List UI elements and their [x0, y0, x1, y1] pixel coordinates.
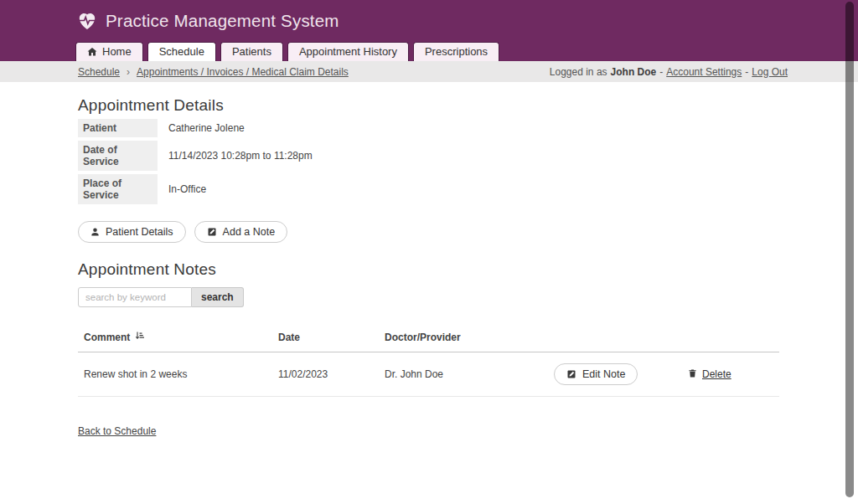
- field-value: 11/14/2023 10:28pm to 11:28pm: [168, 150, 313, 162]
- search-button[interactable]: search: [192, 287, 244, 307]
- table-row: Renew shot in 2 weeks 11/02/2023 Dr. Joh…: [78, 352, 779, 397]
- main-nav-tabs: Home Schedule Patients Appointment Histo…: [75, 42, 499, 61]
- logged-in-user: John Doe: [611, 66, 657, 78]
- patient-details-button[interactable]: Patient Details: [78, 221, 186, 243]
- notes-title: Appointment Notes: [78, 260, 779, 279]
- app-brand: Practice Management System: [77, 11, 339, 31]
- heartbeat-icon: [77, 12, 97, 30]
- field-value: In-Office: [168, 183, 206, 195]
- note-date: 11/02/2023: [278, 368, 385, 380]
- field-label: Patient: [78, 119, 158, 137]
- tab-appointment-history[interactable]: Appointment History: [287, 42, 409, 61]
- page-title: Appointment Details: [78, 96, 779, 115]
- field-row-patient: Patient Catherine Jolene: [78, 119, 779, 137]
- breadcrumb-link-details[interactable]: Appointments / Invoices / Medical Claim …: [137, 66, 349, 78]
- vertical-scrollbar[interactable]: [845, 2, 854, 497]
- delete-note-link[interactable]: Delete: [688, 368, 731, 381]
- tab-schedule[interactable]: Schedule: [147, 42, 216, 61]
- appointment-fields: Patient Catherine Jolene Date of Service…: [78, 119, 779, 204]
- edit-note-button[interactable]: Edit Note: [554, 363, 638, 385]
- main-content: Appointment Details Patient Catherine Jo…: [0, 82, 858, 397]
- search-input[interactable]: [78, 287, 192, 307]
- field-label: Date of Service: [78, 141, 158, 171]
- user-icon: [90, 227, 100, 237]
- session-info: Logged in as John Doe - Account Settings…: [550, 66, 788, 78]
- edit-square-icon: [566, 369, 576, 379]
- breadcrumb-separator: ›: [127, 66, 130, 78]
- column-header-comment: Comment: [84, 331, 278, 343]
- logout-link[interactable]: Log Out: [752, 66, 788, 78]
- account-settings-link[interactable]: Account Settings: [666, 66, 742, 78]
- table-header-row: Comment Date Doctor/Provider: [78, 326, 779, 352]
- field-row-date-of-service: Date of Service 11/14/2023 10:28pm to 11…: [78, 141, 779, 171]
- app-header: Practice Management System Home Schedule…: [0, 0, 858, 61]
- tab-home[interactable]: Home: [75, 42, 143, 61]
- notes-search: search: [78, 287, 779, 307]
- trash-icon: [688, 368, 697, 381]
- action-buttons: Patient Details Add a Note: [78, 221, 779, 243]
- back-to-schedule-link[interactable]: Back to Schedule: [78, 425, 156, 437]
- field-value: Catherine Jolene: [168, 122, 245, 134]
- breadcrumb-bar: Schedule › Appointments / Invoices / Med…: [0, 61, 858, 82]
- sort-icon[interactable]: [134, 331, 145, 343]
- column-header-provider: Doctor/Provider: [385, 332, 549, 343]
- breadcrumb-link-schedule[interactable]: Schedule: [78, 66, 120, 78]
- breadcrumb: Schedule › Appointments / Invoices / Med…: [78, 66, 349, 78]
- tab-prescriptions[interactable]: Prescriptions: [413, 42, 499, 61]
- column-header-date: Date: [278, 332, 385, 343]
- app-title: Practice Management System: [106, 11, 339, 31]
- field-row-place-of-service: Place of Service In-Office: [78, 174, 779, 204]
- tab-patients[interactable]: Patients: [220, 42, 283, 61]
- notes-table: Comment Date Doctor/Provider Renew shot …: [78, 326, 779, 397]
- note-comment: Renew shot in 2 weeks: [84, 368, 278, 380]
- logged-in-label: Logged in as: [550, 66, 607, 78]
- edit-square-icon: [207, 227, 217, 237]
- add-note-button[interactable]: Add a Note: [194, 221, 288, 243]
- field-label: Place of Service: [78, 174, 158, 204]
- home-icon: [87, 47, 97, 57]
- note-provider: Dr. John Doe: [385, 368, 549, 380]
